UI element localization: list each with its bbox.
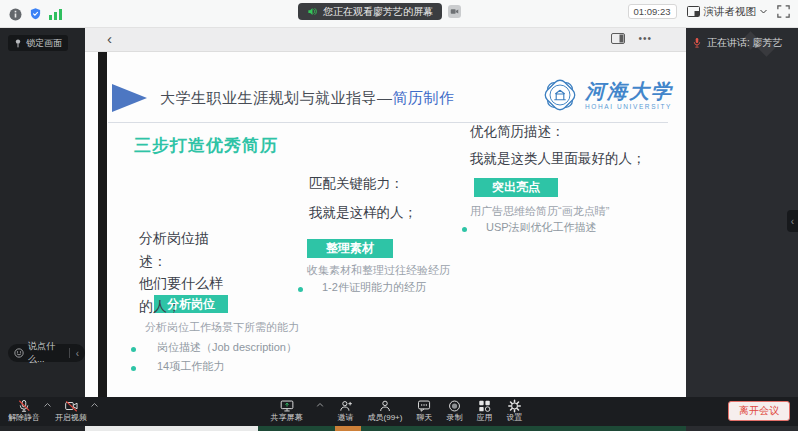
more-options-icon[interactable]: ••• — [638, 33, 652, 44]
shared-screen-view: ‹ ••• 大学生职业生涯规划与就业指导—简历制作 — [85, 28, 686, 431]
step2-desc: 收集素材和整理过往经验经历 — [307, 263, 450, 278]
title-triangle-decoration — [112, 84, 147, 112]
step1-statement: 分析岗位描 述： 他们要什么样 的人； — [139, 227, 223, 317]
apps-button[interactable]: 应用 — [476, 399, 492, 422]
chevron-down-icon — [760, 9, 767, 14]
step2-line: 匹配关键能力： — [309, 175, 417, 204]
lock-view-button[interactable]: 锁定画面 — [8, 35, 68, 51]
step3-bullet: USP法则优化工作描述 — [486, 220, 597, 235]
left-panel: 锁定画面 说点什么... ‹ — [0, 28, 85, 431]
banner-camera-icon[interactable] — [448, 5, 461, 18]
divider — [69, 348, 70, 358]
members-label: 成员(99+) — [368, 414, 403, 422]
settings-label: 设置 — [506, 414, 522, 422]
share-options-caret[interactable] — [317, 403, 324, 407]
chat-label: 聊天 — [416, 414, 432, 422]
pin-icon — [14, 39, 22, 48]
fullscreen-icon[interactable] — [777, 5, 790, 18]
members-button[interactable]: 成员(99+) — [368, 399, 403, 422]
speaker-icon — [307, 6, 318, 17]
step1-bullet: 岗位描述（Job description） — [157, 340, 297, 355]
university-name-cn: 河海大学 — [585, 81, 673, 101]
settings-button[interactable]: 设置 — [506, 399, 522, 422]
slide-title-prefix: 大学生职业生涯规划与就业指导— — [160, 89, 393, 106]
slide-panel-strip — [98, 52, 107, 426]
step2-bullet: 1-2件证明能力的经历 — [322, 280, 426, 295]
step3-desc: 用广告思维给简历“画龙点睛” — [470, 204, 609, 219]
security-shield-icon[interactable] — [29, 7, 42, 21]
emoji-smile-icon[interactable] — [14, 348, 24, 358]
invite-label: 邀请 — [338, 414, 354, 422]
chat-bubble-icon — [417, 399, 432, 413]
bullet-dot — [298, 287, 303, 292]
step1-bullet: 14项工作能力 — [157, 359, 224, 374]
bullet-dot — [131, 347, 136, 352]
bullet-dot — [462, 227, 467, 232]
layout-icon — [687, 6, 700, 17]
chat-placeholder: 说点什么... — [28, 340, 63, 366]
invite-person-icon — [338, 399, 353, 413]
step1-line: 他们要什么样 — [139, 272, 223, 295]
chat-button[interactable]: 聊天 — [416, 399, 432, 422]
slide-heading: 三步打造优秀简历 — [134, 134, 278, 157]
shared-app-topbar: ‹ ••• — [85, 28, 686, 52]
panel-collapse-handle[interactable]: ‹ — [787, 210, 798, 232]
step2-line: 我就是这样的人； — [309, 204, 417, 233]
record-label: 录制 — [446, 414, 462, 422]
video-options-caret[interactable] — [91, 403, 98, 407]
step1-line: 的人； — [139, 295, 223, 318]
sidebar-toggle-icon[interactable] — [611, 33, 625, 44]
mic-options-caret[interactable] — [44, 403, 51, 407]
step1-desc: 分析岗位工作场景下所需的能力 — [145, 320, 299, 335]
step2-statement: 匹配关键能力： 我就是这样的人； — [309, 175, 417, 233]
share-screen-icon — [279, 399, 294, 413]
lock-view-label: 锁定画面 — [26, 37, 62, 50]
camera-off-icon — [64, 399, 79, 413]
invite-button[interactable]: 邀请 — [338, 399, 354, 422]
shared-screen-bottom-strip — [85, 426, 686, 431]
slide-title: 大学生职业生涯规划与就业指导—简历制作 — [160, 89, 455, 108]
apps-grid-icon — [477, 399, 491, 413]
leave-meeting-button[interactable]: 离开会议 — [728, 401, 790, 421]
step3-badge: 突出亮点 — [474, 178, 558, 197]
top-bar: 您正在观看廖芳艺的屏幕 01:09:23 演讲者视图 — [0, 0, 798, 28]
university-name-en: HOHAI UNIVERSITY — [585, 103, 673, 110]
step3-statement: 优化简历描述： 我就是这类人里面最好的人； — [470, 123, 646, 177]
back-button[interactable]: ‹ — [107, 30, 112, 47]
unmute-button[interactable]: 解除静音 — [8, 399, 40, 422]
step1-line: 述： — [139, 250, 223, 273]
view-mode-button[interactable]: 演讲者视图 — [687, 5, 768, 19]
info-icon[interactable] — [9, 8, 22, 21]
watching-banner: 您正在观看廖芳艺的屏幕 — [298, 3, 442, 20]
gear-icon — [507, 399, 521, 413]
university-emblem-icon — [541, 76, 579, 114]
start-video-label: 开启视频 — [55, 414, 87, 422]
right-panel: 正在讲话: 廖芳艺 ‹ — [686, 28, 798, 431]
watching-banner-text: 您正在观看廖芳艺的屏幕 — [323, 5, 433, 19]
collapse-chat-icon[interactable]: ‹ — [76, 348, 79, 359]
step3-line: 优化简历描述： — [470, 123, 646, 150]
slide-title-highlight: 简历制作 — [393, 89, 455, 106]
bottom-toolbar: 解除静音 开启视频 共享屏幕 — [0, 397, 798, 426]
share-screen-label: 共享屏幕 — [271, 414, 303, 422]
step3-line: 我就是这类人里面最好的人； — [470, 150, 646, 177]
mic-off-icon — [17, 399, 31, 413]
meeting-timer: 01:09:23 — [628, 4, 677, 19]
quick-chat-input[interactable]: 说点什么... ‹ — [8, 344, 85, 362]
step1-line: 分析岗位描 — [139, 227, 223, 250]
unmute-label: 解除静音 — [8, 414, 40, 422]
members-icon — [377, 399, 392, 413]
start-video-button[interactable]: 开启视频 — [55, 399, 87, 422]
record-icon — [447, 399, 461, 413]
bottom-strip-orange — [335, 426, 361, 431]
university-logo: 河海大学 HOHAI UNIVERSITY — [541, 76, 673, 114]
record-button[interactable]: 录制 — [446, 399, 462, 422]
view-mode-label: 演讲者视图 — [704, 5, 757, 19]
meeting-window: 您正在观看廖芳艺的屏幕 01:09:23 演讲者视图 — [0, 0, 798, 431]
bullet-dot — [131, 366, 136, 371]
bottom-strip-green — [258, 426, 686, 431]
network-signal-icon[interactable] — [49, 8, 62, 20]
share-screen-button[interactable]: 共享屏幕 — [271, 399, 303, 422]
active-mic-icon — [692, 37, 702, 49]
step2-badge: 整理素材 — [307, 239, 393, 258]
